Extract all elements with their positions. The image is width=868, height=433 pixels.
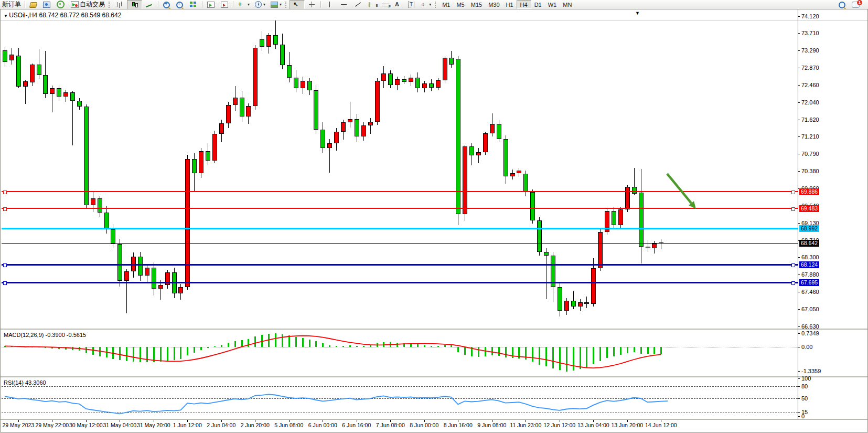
search-button[interactable] [835, 1, 849, 9]
candle [124, 271, 129, 280]
hline-handle[interactable] [791, 281, 795, 285]
macd-histogram-bar [552, 347, 554, 368]
chart-window[interactable]: ▼ USOil-,H4 68.742 68.772 68.549 68.642 … [0, 9, 868, 432]
candlestick-mode-button[interactable] [127, 0, 142, 9]
hline-69.886[interactable] [2, 191, 798, 192]
bar-chart-mode-button[interactable] [113, 1, 127, 9]
hline-handle[interactable] [3, 191, 7, 194]
strategy-tester-button[interactable] [204, 1, 218, 9]
text-label-tool-button[interactable]: T [406, 1, 416, 9]
auto-trading-button[interactable]: 自动交易 [68, 1, 107, 9]
candle [517, 171, 521, 173]
zoom-out-button[interactable] [173, 1, 186, 9]
macd-histogram-bar [424, 345, 425, 347]
candle [483, 133, 488, 152]
chart-title: ▼ USOil-,H4 68.742 68.772 68.549 68.642 [4, 12, 121, 19]
macd-histogram-bar [25, 347, 26, 347]
panel-separator-price-macd[interactable] [1, 329, 867, 330]
candle [273, 35, 278, 44]
macd-histogram-bar [505, 347, 507, 357]
hline-68.124[interactable] [2, 264, 798, 266]
hline-handle[interactable] [3, 281, 7, 285]
macd-histogram-bar [566, 347, 567, 372]
macd-tick-label: 0.7349 [801, 330, 819, 336]
notifications-button[interactable]: 1 [849, 1, 863, 9]
toolbar-grip[interactable] [435, 2, 437, 8]
candle [341, 122, 346, 131]
arrows-tool-button[interactable]: ↔↕▾ [416, 1, 433, 9]
timeframe-button-m15[interactable]: M15 [468, 1, 485, 8]
time-label: 9 Jun 08:00 [477, 422, 506, 428]
rsi-tick-mark [798, 412, 800, 413]
strategy-pause-button[interactable] [218, 1, 231, 9]
candle [37, 65, 41, 75]
timeframe-button-h1[interactable]: H1 [503, 1, 517, 8]
channel-tool-button[interactable]: ∥E [365, 1, 379, 9]
timeframe-button-m1[interactable]: M1 [439, 1, 453, 8]
hline-68.642[interactable] [2, 243, 798, 244]
candle [287, 65, 292, 78]
price-tick-label: 70.380 [801, 168, 819, 174]
macd-histogram-bar [295, 337, 297, 347]
trendline-tool-button[interactable] [351, 1, 365, 9]
macd-histogram-bar [512, 347, 513, 358]
rsi-tick-label: 80 [801, 383, 808, 389]
line-chart-mode-button[interactable] [142, 1, 156, 9]
fibonacci-tool-button[interactable]: F [379, 1, 392, 9]
toolbar-grip[interactable] [109, 2, 111, 8]
chart-shift-marker[interactable]: ▼ [635, 10, 640, 16]
timeframe-button-h4[interactable]: H4 [517, 0, 531, 9]
hline-handle[interactable] [3, 263, 7, 267]
hline-69.483[interactable] [2, 208, 798, 209]
timeframe-button-d1[interactable]: D1 [531, 1, 545, 8]
clock-icon [255, 1, 262, 8]
candle [301, 81, 305, 88]
timeframe-button-w1[interactable]: W1 [545, 1, 560, 8]
candle [381, 73, 386, 81]
hline-handle[interactable] [791, 191, 795, 194]
signal-button[interactable] [53, 1, 68, 9]
text-tool-button[interactable]: A [392, 1, 406, 9]
tile-windows-button[interactable] [186, 1, 200, 9]
candle [558, 287, 562, 310]
macd-histogram-bar [207, 347, 209, 348]
arrow-annotation-line[interactable] [667, 174, 691, 203]
signal-icon [57, 1, 65, 8]
toolbar-grip[interactable] [285, 2, 288, 8]
new-order-button[interactable]: 新订单 [0, 1, 23, 9]
candle-wick [661, 239, 661, 249]
macd-histogram-bar [160, 347, 162, 362]
macd-signal-line [5, 336, 661, 368]
add-indicator-button[interactable]: +▾ [235, 1, 252, 9]
period-menu-button[interactable]: ▾ [252, 1, 267, 9]
zoom-in-button[interactable] [160, 1, 173, 9]
panel-separator-rsi-time[interactable] [1, 419, 867, 420]
hline-handle[interactable] [791, 207, 795, 211]
candle [409, 78, 413, 82]
hline-68.992[interactable] [2, 228, 798, 229]
candle [361, 125, 366, 136]
panel-separator-macd-rsi[interactable] [1, 376, 867, 378]
hline-67.695[interactable] [2, 282, 798, 283]
candle [117, 244, 122, 280]
chart-profile-button[interactable] [27, 1, 40, 9]
hline-handle[interactable] [791, 263, 795, 267]
vertical-line-tool-button[interactable] [323, 1, 337, 9]
hline-handle[interactable] [3, 207, 7, 211]
template-menu-button[interactable]: ▾ [267, 1, 284, 9]
price-tick-mark [798, 171, 800, 172]
macd-histogram-bar [403, 343, 405, 347]
macd-histogram-bar [586, 347, 587, 367]
timeframe-button-mn[interactable]: MN [560, 1, 575, 8]
candle [571, 301, 576, 307]
price-tick-label: 68.300 [801, 254, 819, 260]
cursor-tool-button[interactable]: ↖ [290, 0, 305, 9]
crosshair-tool-button[interactable] [305, 1, 319, 9]
auto-trading-icon [71, 1, 79, 8]
market-watch-button[interactable] [40, 1, 53, 9]
timeframe-button-m30[interactable]: M30 [485, 1, 502, 8]
timeframe-button-m5[interactable]: M5 [453, 1, 467, 8]
macd-histogram-bar [18, 346, 19, 347]
horizontal-line-tool-button[interactable] [337, 1, 351, 9]
candle [307, 81, 312, 90]
